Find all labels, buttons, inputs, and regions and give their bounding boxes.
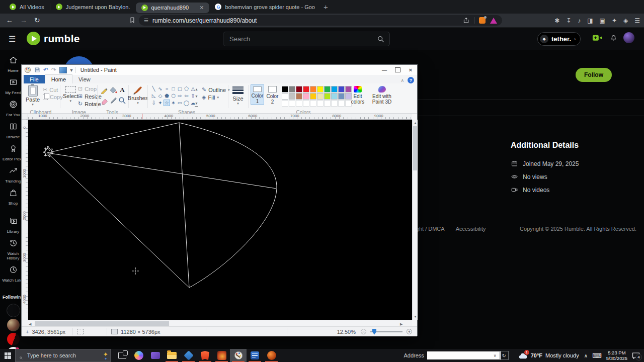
outline-button[interactable]: ✎Outline▾ — [202, 86, 230, 93]
size-button[interactable]: Size▾ — [231, 86, 245, 106]
view-tab[interactable]: View — [72, 75, 97, 83]
downloads-icon[interactable]: ↧ — [566, 17, 571, 24]
brushes-button[interactable]: Brushes▾ — [130, 85, 145, 105]
paste-button[interactable]: Paste▾ — [26, 85, 40, 107]
tray-expand-icon[interactable]: ∧ — [584, 353, 588, 358]
palette-color-#b97a57[interactable] — [296, 93, 302, 100]
paint-titlebar[interactable]: ↶ ↷ ▾ Untitled - Paint — ✕ — [22, 65, 417, 75]
palette-color-#ff7f27[interactable] — [310, 86, 316, 93]
file-tab[interactable]: File — [24, 75, 45, 83]
shape-arrow-left[interactable]: ⇦ — [183, 93, 190, 99]
search-highlights-icon[interactable] — [103, 352, 106, 359]
palette-color-#000000[interactable] — [282, 86, 288, 93]
taskbar-search[interactable] — [15, 349, 111, 362]
palette-empty-slot[interactable] — [310, 100, 316, 107]
hscroll-thumb[interactable] — [35, 321, 169, 326]
view-thumbnail-icon[interactable] — [59, 67, 67, 73]
palette-color-#880015[interactable] — [296, 86, 302, 93]
shape-right-triangle[interactable]: ◺ — [150, 93, 157, 99]
shape-line[interactable]: ╲ — [150, 85, 157, 92]
extension-badge-icon[interactable] — [479, 17, 486, 24]
search-box[interactable] — [223, 32, 390, 46]
palette-color-#ffaec9[interactable] — [303, 93, 309, 100]
menu-icon[interactable]: ☰ — [9, 34, 16, 44]
shape-rounded-callout[interactable]: ▭ — [177, 100, 183, 106]
taskbar-search-input[interactable] — [26, 352, 100, 359]
shape-rounded-rectangle[interactable]: ▢ — [177, 85, 183, 92]
paint-app-icon[interactable] — [24, 66, 31, 73]
undo-icon[interactable]: ↶ — [43, 66, 48, 73]
palette-empty-slot[interactable] — [324, 100, 331, 107]
following-mosaic-avatar[interactable] — [7, 319, 20, 331]
weather-widget[interactable]: 1 70°F Mostly cloudy — [518, 352, 579, 359]
eraser-tool[interactable] — [100, 97, 108, 105]
shape-curve[interactable]: ∿ — [157, 85, 164, 92]
leo-ai-icon[interactable]: ✦ — [612, 17, 617, 24]
qat-dropdown-icon[interactable]: ▾ — [70, 67, 73, 73]
user-avatar[interactable] — [623, 32, 634, 43]
maximize-button[interactable] — [391, 65, 404, 74]
pencil-tool[interactable] — [100, 86, 108, 94]
palette-color-#7f7f7f[interactable] — [289, 86, 295, 93]
palette-empty-slot[interactable] — [317, 100, 324, 107]
palette-color-#ed1c24[interactable] — [303, 86, 309, 93]
close-button[interactable]: ✕ — [404, 65, 417, 74]
new-tab-button[interactable]: + — [324, 3, 328, 11]
shields-icon[interactable]: ◈ — [623, 17, 628, 24]
tether-button[interactable]: ◆ tether. › — [537, 32, 581, 46]
shape-arrow-down[interactable]: ⇩ — [150, 100, 157, 106]
taskbar-app-orange-circle-app[interactable] — [263, 349, 280, 362]
taskbar-app-paint[interactable] — [230, 349, 247, 362]
share-icon[interactable] — [463, 17, 469, 24]
taskbar-app-task-view[interactable] — [114, 349, 130, 362]
address-input[interactable] — [427, 351, 501, 359]
paint-canvas[interactable] — [28, 120, 412, 320]
shape-rectangle[interactable]: □ — [170, 85, 177, 92]
shape-diamond[interactable]: ◇ — [157, 93, 164, 99]
media-icon[interactable]: ♪ — [578, 17, 581, 24]
palette-empty-slot[interactable] — [303, 100, 309, 107]
shape-oval-callout[interactable]: ◯ — [183, 100, 190, 106]
shape-arrow-right[interactable]: ⇨ — [177, 93, 183, 99]
horizontal-scrollbar[interactable]: ◀ ▶ — [22, 320, 412, 326]
magnifier-tool[interactable] — [118, 97, 126, 105]
taskbar-app-brave[interactable] — [197, 349, 213, 362]
palette-color-#ffc90e[interactable] — [310, 93, 316, 100]
footer-link-accessibility[interactable]: Accessibility — [456, 226, 486, 232]
action-center-icon[interactable]: 4 — [632, 352, 640, 359]
edit-paint3d-button[interactable]: Edit withPaint 3D — [369, 84, 395, 105]
shapes-scroll-up-icon[interactable]: ▲ — [195, 86, 198, 92]
save-icon[interactable] — [34, 67, 40, 73]
palette-color-#7092be[interactable] — [338, 93, 345, 100]
taskbar-app-copilot[interactable] — [130, 349, 147, 362]
minimize-button[interactable]: — — [378, 65, 391, 74]
shape-five-point-star[interactable]: ☆ — [164, 100, 170, 106]
palette-empty-slot[interactable] — [282, 100, 288, 107]
color-picker-tool[interactable] — [109, 97, 117, 105]
shapes-more-icon[interactable]: ▼ — [195, 101, 198, 107]
collapse-ribbon-icon[interactable]: ∧ — [400, 78, 404, 83]
palette-color-#22b14c[interactable] — [324, 86, 331, 93]
scroll-down-icon[interactable]: ▼ — [414, 314, 417, 319]
select-button[interactable]: Select▾ — [63, 86, 78, 103]
palette-empty-slot[interactable] — [296, 100, 302, 107]
text-tool[interactable]: A — [118, 86, 126, 94]
sidebar-icon[interactable]: ◨ — [587, 17, 593, 24]
taskbar-app-blue-app[interactable] — [180, 349, 197, 362]
edit-colors-button[interactable]: Editcolors — [350, 84, 366, 105]
palette-color-#fff200[interactable] — [317, 86, 324, 93]
start-button[interactable] — [0, 352, 15, 359]
shape-pentagon[interactable]: ⬟ — [164, 93, 170, 99]
notifications-bell-icon[interactable] — [609, 33, 618, 43]
vertical-scrollbar[interactable]: ▲ ▼ — [412, 120, 418, 320]
tab-close-icon[interactable]: ✕ — [199, 5, 204, 11]
shapes-scroll-down-icon[interactable]: ▼ — [195, 94, 198, 99]
help-icon[interactable]: ? — [408, 77, 414, 83]
palette-color-#efe4b0[interactable] — [317, 93, 324, 100]
tune-icon[interactable]: ☰ — [144, 18, 148, 23]
upload-video-icon[interactable] — [592, 34, 603, 42]
palette-empty-slot[interactable] — [331, 100, 338, 107]
zoom-slider-thumb[interactable] — [372, 329, 376, 335]
browser-tab[interactable]: All Videos — [4, 0, 50, 14]
taskbar-app-file-explorer[interactable] — [164, 349, 180, 362]
